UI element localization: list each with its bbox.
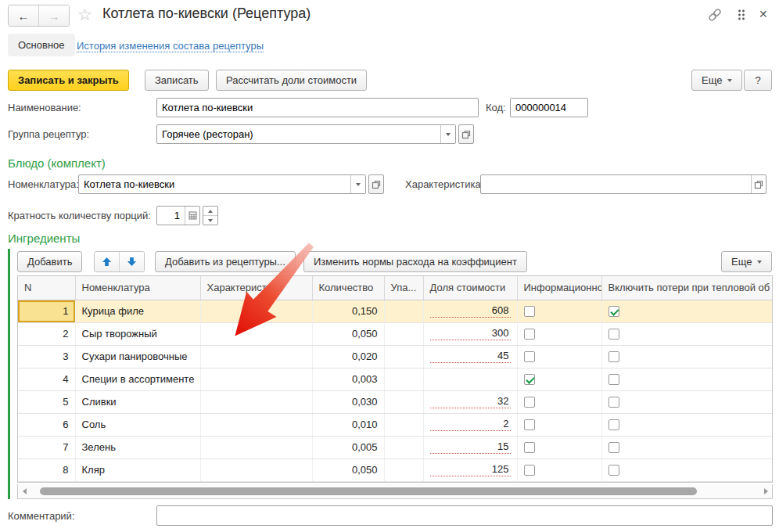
row-number-cell[interactable]: 8 — [18, 458, 75, 481]
recipe-group-open-button[interactable] — [458, 124, 474, 144]
loss-checkbox[interactable] — [608, 374, 619, 385]
loss-checkbox[interactable] — [608, 351, 619, 362]
ingredient-row[interactable]: 6Соль0,0102 — [18, 413, 772, 436]
row-number-cell[interactable]: 2 — [18, 322, 75, 345]
ingredient-name-cell[interactable]: Сухари панировочные — [75, 345, 200, 368]
save-and-close-button[interactable]: Записать и закрыть — [8, 70, 129, 91]
package-cell[interactable] — [384, 413, 423, 436]
characteristic-cell[interactable] — [200, 322, 312, 345]
link-icon[interactable] — [706, 6, 723, 23]
column-header[interactable]: N — [18, 276, 75, 300]
info-checkbox[interactable] — [524, 397, 535, 408]
horizontal-scrollbar[interactable] — [17, 484, 773, 499]
close-icon[interactable]: ✕ — [759, 8, 768, 20]
comment-input[interactable] — [157, 506, 772, 525]
characteristic-cell[interactable] — [200, 413, 312, 436]
cost-share-value[interactable]: 125 — [430, 463, 511, 476]
package-cell[interactable] — [384, 345, 423, 368]
ingredient-name-cell[interactable]: Зелень — [75, 436, 200, 458]
package-cell[interactable] — [384, 300, 423, 322]
cost-share-cell[interactable] — [423, 368, 517, 390]
nomenclature-open-button[interactable] — [368, 174, 384, 194]
quantity-cell[interactable]: 0,030 — [312, 390, 384, 413]
cost-share-value[interactable]: 32 — [430, 395, 511, 408]
cost-share-cell[interactable]: 125 — [423, 458, 517, 481]
code-input[interactable] — [511, 99, 587, 117]
info-checkbox[interactable] — [524, 419, 535, 430]
ingredient-name-cell[interactable]: Курица филе — [75, 300, 200, 322]
nomenclature-input[interactable] — [79, 175, 350, 193]
ingredient-row[interactable]: 2Сыр творожный0,050300 — [18, 322, 772, 345]
add-from-recipe-button[interactable]: Добавить из рецептуры... — [155, 251, 296, 272]
move-down-button[interactable] — [119, 252, 144, 271]
quantity-cell[interactable]: 0,050 — [312, 458, 384, 481]
cost-share-cell[interactable]: 2 — [423, 413, 517, 436]
info-checkbox[interactable] — [524, 465, 535, 476]
characteristic-cell[interactable] — [200, 345, 312, 368]
tab-main[interactable]: Основное — [8, 34, 75, 56]
cost-share-cell[interactable]: 608 — [423, 300, 517, 322]
ingredient-row[interactable]: 5Сливки0,03032 — [18, 390, 772, 413]
quantity-cell[interactable]: 0,010 — [312, 413, 384, 436]
cost-share-cell[interactable]: 15 — [423, 436, 517, 458]
loss-checkbox[interactable] — [608, 465, 619, 476]
ingredient-row[interactable]: 8Кляр0,050125 — [18, 458, 772, 481]
quantity-cell[interactable]: 0,020 — [312, 345, 384, 368]
back-button[interactable]: ← — [9, 5, 38, 26]
quantity-cell[interactable]: 0,003 — [312, 368, 384, 390]
recipe-group-dropdown-button[interactable] — [440, 125, 455, 143]
column-header[interactable]: Доля стоимости — [423, 276, 517, 300]
characteristic-open-button[interactable] — [751, 175, 766, 193]
name-input[interactable] — [157, 99, 478, 117]
ingredient-row[interactable]: 7Зелень0,00515 — [18, 436, 772, 458]
info-checkbox[interactable] — [524, 374, 535, 385]
change-norms-button[interactable]: Изменить нормы расхода на коэффициент — [303, 251, 527, 272]
row-number-cell[interactable]: 5 — [18, 390, 75, 413]
ingredient-name-cell[interactable]: Специи в ассортименте — [75, 368, 200, 390]
column-header[interactable]: Количество — [312, 276, 384, 300]
package-cell[interactable] — [384, 322, 423, 345]
cost-share-value[interactable]: 45 — [430, 350, 511, 363]
cost-share-cell[interactable]: 32 — [423, 390, 517, 413]
ingredient-name-cell[interactable]: Кляр — [75, 458, 200, 481]
stepper-up-button[interactable] — [203, 207, 217, 215]
loss-checkbox[interactable] — [608, 419, 619, 430]
info-checkbox[interactable] — [524, 442, 535, 453]
characteristic-cell[interactable] — [200, 300, 312, 322]
row-number-cell[interactable]: 4 — [18, 368, 75, 390]
more-button-top[interactable]: Еще — [691, 70, 742, 91]
package-cell[interactable] — [384, 390, 423, 413]
loss-checkbox[interactable] — [608, 442, 619, 453]
move-up-button[interactable] — [95, 252, 119, 271]
scroll-right-button[interactable] — [759, 488, 772, 494]
loss-checkbox[interactable] — [608, 306, 619, 317]
column-header[interactable]: Номенклатура — [75, 276, 200, 300]
nomenclature-dropdown-button[interactable] — [350, 175, 365, 193]
package-cell[interactable] — [384, 368, 423, 390]
stepper-down-button[interactable] — [203, 215, 217, 225]
tab-history-link[interactable]: История изменения состава рецептуры — [77, 40, 264, 52]
cost-share-value[interactable]: 300 — [430, 327, 511, 340]
add-ingredient-button[interactable]: Добавить — [17, 251, 82, 272]
row-number-cell[interactable]: 7 — [18, 436, 75, 458]
column-header[interactable]: Упа... — [384, 276, 423, 300]
scrollbar-track[interactable] — [31, 484, 759, 498]
column-header[interactable]: Включить потери при тепловой об — [601, 276, 772, 300]
package-cell[interactable] — [384, 458, 423, 481]
row-number-cell[interactable]: 6 — [18, 413, 75, 436]
quantity-cell[interactable]: 0,050 — [312, 322, 384, 345]
help-button[interactable]: ? — [744, 70, 772, 91]
quantity-cell[interactable]: 0,005 — [312, 436, 384, 458]
scrollbar-thumb[interactable] — [40, 487, 697, 495]
scroll-left-button[interactable] — [18, 488, 31, 494]
row-number-cell[interactable]: 3 — [18, 345, 75, 368]
calculator-button[interactable] — [185, 207, 199, 225]
info-checkbox[interactable] — [524, 351, 535, 362]
multiplicity-input[interactable] — [157, 207, 185, 225]
save-button[interactable]: Записать — [145, 70, 209, 91]
quantity-cell[interactable]: 0,150 — [312, 300, 384, 322]
ingredient-row[interactable]: 4Специи в ассортименте0,003 — [18, 368, 772, 390]
loss-checkbox[interactable] — [608, 397, 619, 408]
cost-share-value[interactable]: 2 — [430, 418, 511, 431]
ingredient-name-cell[interactable]: Соль — [75, 413, 200, 436]
